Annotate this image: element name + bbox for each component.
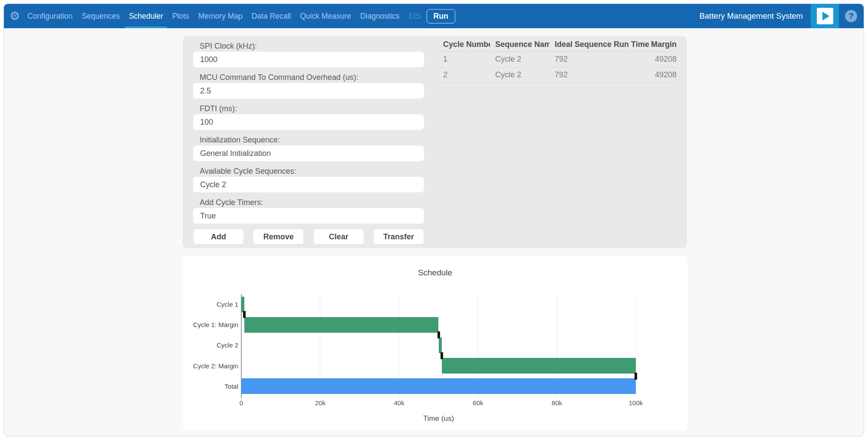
column-header-sequence-name: Sequence Name (490, 40, 549, 49)
navbar-right: Battery Management System ? (699, 4, 864, 28)
scheduler-form: SPI Clock (kHz):MCU Command To Command O… (193, 41, 424, 245)
field-label-mcu-command-to-command-overhead-us: MCU Command To Command Overhead (us): (200, 73, 424, 82)
nav-menu: ConfigurationSequencesSchedulerPlotsMemo… (26, 4, 422, 28)
gear-icon[interactable]: ⚙ (10, 10, 20, 22)
cycle-table: Cycle NumberSequence NameIdeal Sequence … (438, 38, 677, 83)
tick-100k: 100k (618, 399, 653, 407)
transfer-button[interactable]: Transfer (373, 229, 424, 245)
cell-ideal-sequence-run-time-us: 792 (549, 55, 651, 64)
tick-40k: 40k (382, 399, 417, 407)
field-label-add-cycle-timers: Add Cycle Timers: (200, 198, 424, 207)
top-navbar: ⚙ ConfigurationSequencesSchedulerPlotsMe… (4, 4, 864, 28)
tick-0: 0 (224, 399, 259, 407)
bar-cycle-2-margin[interactable] (442, 358, 636, 374)
timer-marker (635, 373, 637, 380)
tick-60k: 60k (460, 399, 495, 407)
table-row[interactable]: 2Cycle 279249208 (438, 67, 677, 83)
tick-20k: 20k (303, 399, 338, 407)
column-header-cycle-number: Cycle Number (438, 40, 490, 49)
add-button[interactable]: Add (193, 229, 244, 245)
tick-80k: 80k (539, 399, 574, 407)
cell-margin: 49208 (651, 55, 677, 64)
play-icon (817, 8, 833, 24)
bar-cycle-1[interactable] (241, 297, 244, 312)
run-button[interactable]: Run (427, 9, 455, 23)
table-row[interactable]: 1Cycle 279249208 (438, 52, 677, 67)
app-window: ⚙ ConfigurationSequencesSchedulerPlotsMe… (3, 3, 864, 437)
play-button[interactable] (811, 4, 839, 28)
column-header-margin: Margin (651, 40, 677, 49)
schedule-chart-plot (241, 294, 636, 397)
nav-item-eis: EIS (407, 4, 422, 28)
remove-button[interactable]: Remove (253, 229, 304, 245)
field-label-fdti-ms: FDTI (ms): (200, 104, 424, 113)
nav-item-data-recall[interactable]: Data Recall (250, 4, 292, 28)
add-cycle-timers-input[interactable] (193, 208, 424, 224)
initialization-sequence-input[interactable] (193, 146, 424, 161)
category-label-cycle-1-margin: Cycle 1: Margin (183, 314, 240, 335)
form-button-row: AddRemoveClearTransfer (193, 229, 424, 245)
category-label-cycle-2-margin: Cycle 2: Margin (183, 356, 240, 376)
nav-item-quick-measure[interactable]: Quick Measure (299, 4, 352, 28)
product-title: Battery Management System (699, 11, 803, 21)
nav-item-scheduler[interactable]: Scheduler (128, 4, 164, 28)
timer-marker (441, 352, 443, 359)
nav-item-plots[interactable]: Plots (171, 4, 191, 28)
category-label-cycle-1: Cycle 1 (183, 294, 240, 314)
cell-cycle-number: 2 (438, 70, 490, 79)
cell-sequence-name: Cycle 2 (490, 70, 549, 79)
bar-cycle-2[interactable] (439, 337, 442, 353)
cell-margin: 49208 (651, 70, 677, 79)
available-cycle-sequences-input[interactable] (193, 177, 424, 192)
nav-item-configuration[interactable]: Configuration (26, 4, 74, 28)
scheduler-config-panel: SPI Clock (kHz):MCU Command To Command O… (183, 36, 687, 248)
category-label-total: Total (183, 376, 240, 397)
fdti-ms-input[interactable] (193, 114, 424, 130)
cell-cycle-number: 1 (438, 55, 490, 64)
mcu-command-to-command-overhead-us-input[interactable] (193, 83, 424, 99)
column-header-ideal-sequence-run-time-us: Ideal Sequence Run Time (us) (549, 40, 651, 49)
screen: ⚙ ConfigurationSequencesSchedulerPlotsMe… (0, 0, 868, 440)
table-header-row: Cycle NumberSequence NameIdeal Sequence … (438, 38, 677, 52)
field-label-spi-clock-khz: SPI Clock (kHz): (200, 41, 424, 51)
nav-item-diagnostics[interactable]: Diagnostics (359, 4, 401, 28)
schedule-chart-panel: Schedule Cycle 1Cycle 1: MarginCycle 2Cy… (183, 256, 687, 430)
bar-total[interactable] (241, 378, 636, 394)
spi-clock-khz-input[interactable] (193, 52, 424, 67)
clear-button[interactable]: Clear (313, 229, 364, 245)
timer-marker (437, 331, 440, 338)
chart-title: Schedule (183, 268, 687, 278)
nav-item-memory-map[interactable]: Memory Map (197, 4, 244, 28)
category-label-cycle-2: Cycle 2 (183, 335, 240, 355)
chart-x-axis-label: Time (us) (241, 414, 636, 423)
bar-cycle-1-margin[interactable] (244, 317, 438, 333)
help-icon[interactable]: ? (845, 10, 857, 22)
nav-item-sequences[interactable]: Sequences (80, 4, 121, 28)
field-label-initialization-sequence: Initialization Sequence: (200, 135, 424, 145)
cell-ideal-sequence-run-time-us: 792 (549, 70, 651, 79)
cell-sequence-name: Cycle 2 (490, 55, 549, 64)
field-label-available-cycle-sequences: Available Cycle Sequences: (200, 166, 424, 176)
timer-marker (243, 311, 246, 318)
